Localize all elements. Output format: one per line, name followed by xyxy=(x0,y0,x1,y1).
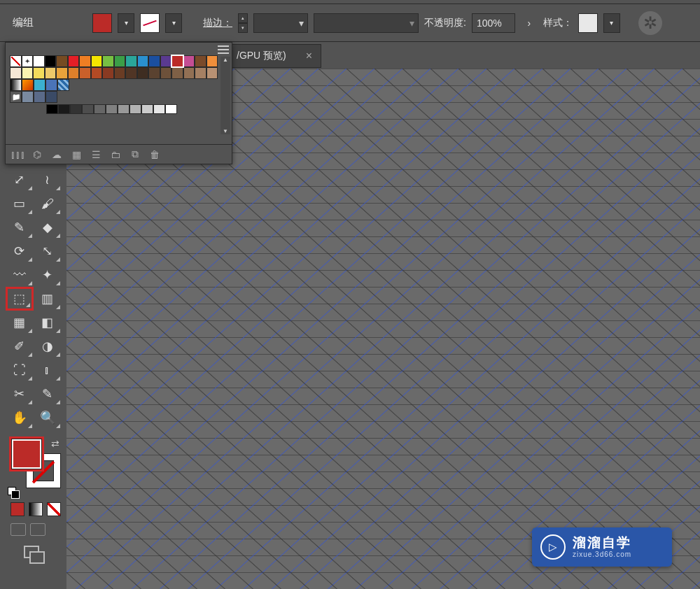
style-chip[interactable] xyxy=(578,13,598,33)
swatch[interactable] xyxy=(33,55,45,67)
color-mode-solid[interactable] xyxy=(10,502,24,516)
swatch[interactable] xyxy=(102,55,114,67)
swatch[interactable] xyxy=(22,55,34,67)
swatch[interactable] xyxy=(79,55,91,67)
swatch[interactable] xyxy=(114,67,126,79)
swatch[interactable] xyxy=(148,55,160,67)
swatch[interactable] xyxy=(160,55,172,67)
link-icon[interactable]: ⌬ xyxy=(31,148,43,161)
tab-close-icon[interactable]: × xyxy=(298,50,321,62)
swatch[interactable] xyxy=(102,67,114,79)
brush-tool-alt[interactable]: ✎ xyxy=(34,382,62,406)
swatch[interactable] xyxy=(195,67,206,79)
cloud-icon[interactable]: ☁ xyxy=(50,148,63,161)
stroke-weight-stepper[interactable]: ▴▾ xyxy=(238,13,248,33)
swatch[interactable] xyxy=(183,67,195,79)
swatch[interactable] xyxy=(46,91,57,103)
graph-tool[interactable]: ⫾ xyxy=(34,358,62,382)
swatch[interactable] xyxy=(137,67,149,79)
swatch[interactable] xyxy=(165,104,177,114)
swatch[interactable] xyxy=(68,55,80,67)
slice-tool[interactable]: ✂ xyxy=(6,382,34,406)
opacity-label[interactable]: 不透明度: xyxy=(424,17,466,29)
brush-definition-select[interactable]: ▾ xyxy=(314,13,419,33)
screen-mode-normal[interactable] xyxy=(10,523,26,536)
swatch[interactable] xyxy=(10,79,22,91)
style-label[interactable]: 样式： xyxy=(543,17,573,29)
pencil-tool[interactable]: ✎ xyxy=(6,215,34,239)
swatch[interactable] xyxy=(56,67,68,79)
eraser-tool[interactable]: ◆ xyxy=(34,215,62,239)
warp-tool[interactable]: 〰 xyxy=(6,263,34,287)
default-fill-stroke-icon[interactable] xyxy=(8,487,19,498)
eyedropper-tool[interactable]: ✐ xyxy=(6,334,34,358)
swatch[interactable] xyxy=(94,104,106,114)
swatch[interactable] xyxy=(160,67,172,79)
style-dropdown[interactable]: ▾ xyxy=(603,13,620,33)
library-icon[interactable]: ⫿⫿⫿ xyxy=(11,148,24,161)
swatch[interactable] xyxy=(70,104,82,114)
swatch[interactable] xyxy=(141,104,153,114)
zoom-tool[interactable]: 🔍 xyxy=(34,406,62,430)
stroke-label[interactable]: 描边： xyxy=(203,17,232,29)
swatch[interactable] xyxy=(82,104,94,114)
shape-builder-tool[interactable]: ⬚ xyxy=(6,287,34,311)
folder-icon[interactable]: 🗀 xyxy=(109,148,122,161)
swatch[interactable] xyxy=(34,91,46,103)
opacity-input[interactable]: 100% xyxy=(472,13,515,33)
rectangle-tool[interactable]: ▭ xyxy=(6,192,34,215)
swatch[interactable] xyxy=(118,104,130,114)
puppet-tool[interactable]: ✦ xyxy=(34,263,62,287)
swatch[interactable] xyxy=(57,79,69,91)
color-mode-none[interactable] xyxy=(47,502,61,516)
swatch[interactable] xyxy=(183,55,195,67)
swatch[interactable] xyxy=(10,67,22,79)
swatch[interactable] xyxy=(45,67,57,79)
swatch[interactable] xyxy=(34,79,46,91)
swatch[interactable] xyxy=(79,67,91,79)
tab-document[interactable]: /GPU 预览) xyxy=(231,50,298,62)
perspective-tool[interactable]: ▥ xyxy=(34,287,62,311)
mesh-tool[interactable]: ▦ xyxy=(6,311,34,334)
trash-icon[interactable]: 🗑 xyxy=(148,148,161,161)
fill-color-box[interactable] xyxy=(9,437,44,471)
swatch[interactable] xyxy=(172,55,183,67)
swatch[interactable] xyxy=(33,67,45,79)
hand-tool[interactable]: ✋ xyxy=(6,406,34,430)
new-swatch-icon[interactable]: ⧉ xyxy=(129,148,141,161)
swatch[interactable] xyxy=(125,67,137,79)
swatch[interactable] xyxy=(45,55,57,67)
opacity-more[interactable]: › xyxy=(521,13,538,33)
swatch[interactable] xyxy=(22,67,34,79)
swatch[interactable] xyxy=(148,67,160,79)
swatch[interactable] xyxy=(130,104,141,114)
symbol-sprayer-tool[interactable]: ⛶ xyxy=(6,358,34,382)
swatch[interactable] xyxy=(22,91,34,103)
swatch[interactable] xyxy=(22,79,34,91)
paintbrush-tool[interactable]: 🖌 xyxy=(34,192,62,215)
swatch[interactable] xyxy=(68,67,80,79)
swatch[interactable] xyxy=(195,55,206,67)
screen-mode-full[interactable] xyxy=(30,523,46,536)
swatch[interactable] xyxy=(172,67,183,79)
swatch[interactable] xyxy=(125,55,137,67)
swatch[interactable] xyxy=(10,55,22,67)
swatch[interactable] xyxy=(46,104,58,114)
swatch[interactable] xyxy=(206,67,218,79)
gradient-tool[interactable]: ◧ xyxy=(34,311,62,334)
swatch[interactable] xyxy=(106,104,118,114)
swatch[interactable] xyxy=(91,55,103,67)
swatch[interactable] xyxy=(137,55,149,67)
swatch[interactable] xyxy=(10,91,22,103)
swatch[interactable] xyxy=(206,55,218,67)
convert-anchor-tool[interactable]: ⤢ xyxy=(6,168,34,192)
swatch[interactable] xyxy=(46,79,57,91)
stroke-weight-select[interactable]: ▾ xyxy=(253,13,308,33)
color-mode-gradient[interactable] xyxy=(29,502,43,516)
artboard-tool-icon[interactable] xyxy=(24,546,43,562)
fill-color[interactable] xyxy=(92,13,112,33)
swatch[interactable] xyxy=(91,67,103,79)
gear-icon[interactable] xyxy=(638,11,662,35)
stroke-dropdown[interactable]: ▾ xyxy=(165,13,182,33)
list-icon[interactable]: ☰ xyxy=(90,148,102,161)
